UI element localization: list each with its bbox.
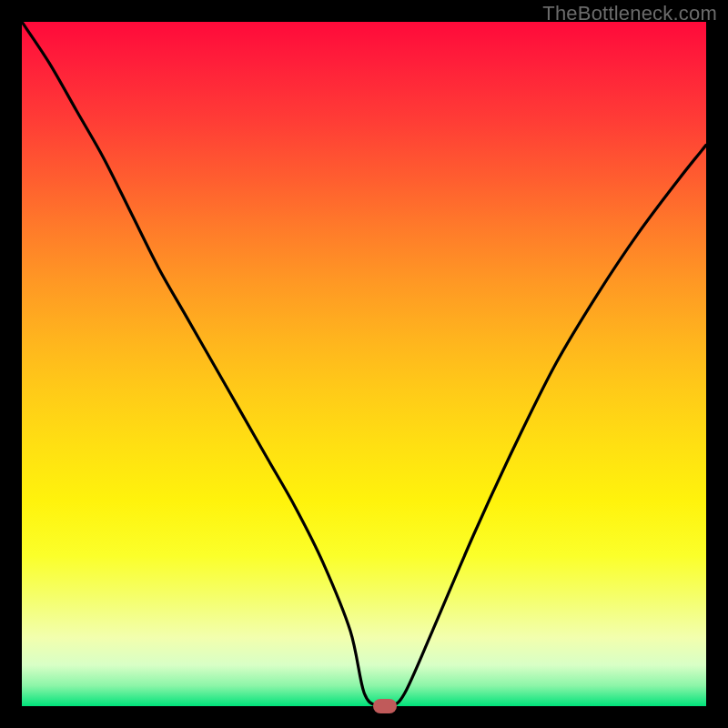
optimum-marker [373, 699, 397, 713]
chart-frame: TheBottleneck.com [0, 0, 728, 728]
bottleneck-curve [22, 22, 706, 706]
plot-area [22, 22, 706, 706]
